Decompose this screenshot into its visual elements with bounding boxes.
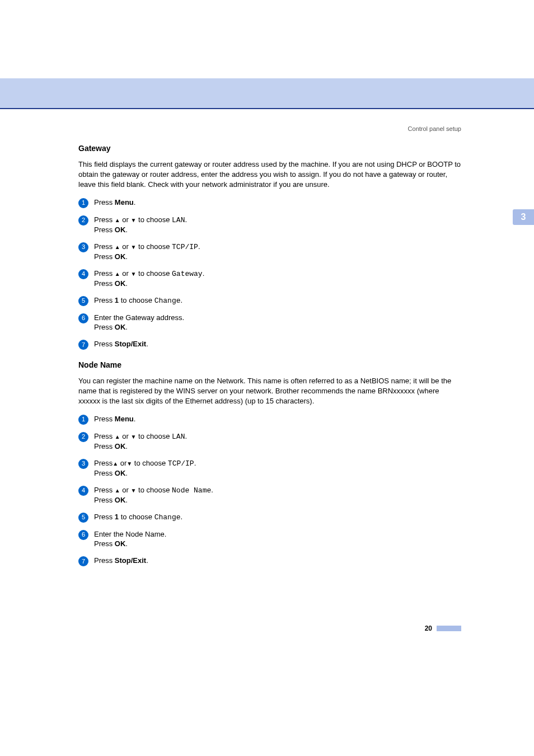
running-title-text: Control panel setup (408, 125, 461, 132)
down-arrow-icon: ▼ (131, 271, 137, 277)
step-text: Press Menu. (94, 198, 461, 208)
step-number-badge: 7 (78, 556, 88, 566)
up-arrow-icon: ▲ (115, 487, 120, 494)
down-arrow-icon: ▼ (131, 487, 137, 494)
step-text: Enter the Gateway address. Press OK. (94, 313, 461, 332)
down-arrow-icon: ▼ (131, 244, 137, 250)
step-row: 6 Enter the Node Name. Press OK. (78, 529, 461, 549)
step-number-badge: 6 (78, 530, 88, 540)
up-arrow-icon: ▲ (115, 217, 120, 223)
step-number-badge: 3 (78, 459, 88, 469)
step-text: Press Menu. (94, 414, 461, 424)
gateway-intro: This field displays the current gateway … (78, 159, 461, 190)
step-row: 1 Press Menu. (78, 414, 461, 425)
step-number-badge: 4 (78, 269, 88, 279)
down-arrow-icon: ▼ (131, 434, 137, 440)
page-footer: 20 (425, 624, 461, 633)
step-number-badge: 5 (78, 296, 88, 306)
footer-accent-bar (437, 626, 461, 631)
step-row: 1 Press Menu. (78, 198, 461, 208)
step-text: Press ▲ or ▼ to choose TCP/IP. Press OK. (94, 242, 461, 262)
step-number-badge: 2 (78, 215, 88, 226)
up-arrow-icon: ▲ (115, 271, 120, 277)
step-text: Press Stop/Exit. (94, 556, 461, 566)
down-arrow-icon: ▼ (127, 461, 132, 467)
up-arrow-icon: ▲ (113, 461, 118, 467)
step-row: 7 Press Stop/Exit. (78, 339, 461, 350)
step-text: Press ▲ or ▼ to choose LAN. Press OK. (94, 215, 461, 235)
step-number-badge: 6 (78, 313, 88, 323)
step-number-badge: 2 (78, 432, 88, 442)
step-number-badge: 7 (78, 340, 88, 350)
step-row: 6 Enter the Gateway address. Press OK. (78, 313, 461, 332)
page-number: 20 (425, 624, 432, 633)
step-number-badge: 1 (78, 198, 88, 208)
step-text: Press▲ or▼ to choose TCP/IP. Press OK. (94, 458, 461, 478)
page-content: Gateway This field displays the current … (0, 143, 534, 566)
step-text: Press 1 to choose Change. (94, 295, 461, 306)
step-row: 3 Press ▲ or ▼ to choose TCP/IP. Press O… (78, 242, 461, 262)
step-text: Press 1 to choose Change. (94, 512, 461, 523)
step-text: Press ▲ or ▼ to choose LAN. Press OK. (94, 431, 461, 452)
up-arrow-icon: ▲ (115, 244, 120, 250)
step-row: 5 Press 1 to choose Change. (78, 295, 461, 306)
step-row: 5 Press 1 to choose Change. (78, 512, 461, 523)
top-margin (0, 0, 534, 78)
step-text: Press ▲ or ▼ to choose Node Name. Press … (94, 485, 461, 505)
step-number-badge: 4 (78, 486, 88, 496)
step-row: 4 Press ▲ or ▼ to choose Node Name. Pres… (78, 485, 461, 505)
step-text: Enter the Node Name. Press OK. (94, 529, 461, 549)
header-band (0, 78, 534, 109)
step-row: 2 Press ▲ or ▼ to choose LAN. Press OK. (78, 431, 461, 452)
step-row: 7 Press Stop/Exit. (78, 556, 461, 566)
step-text: Press Stop/Exit. (94, 339, 461, 349)
step-row: 4 Press ▲ or ▼ to choose Gateway. Press … (78, 269, 461, 289)
chapter-tab: 3 (513, 209, 534, 225)
section-heading-gateway: Gateway (78, 143, 461, 154)
step-row: 3 Press▲ or▼ to choose TCP/IP. Press OK. (78, 458, 461, 478)
step-row: 2 Press ▲ or ▼ to choose LAN. Press OK. (78, 215, 461, 235)
step-number-badge: 1 (78, 415, 88, 425)
down-arrow-icon: ▼ (131, 217, 137, 223)
step-number-badge: 3 (78, 242, 88, 252)
node-name-intro: You can register the machine name on the… (78, 376, 461, 406)
running-header: Control panel setup (0, 125, 534, 133)
step-text: Press ▲ or ▼ to choose Gateway. Press OK… (94, 269, 461, 289)
step-number-badge: 5 (78, 513, 88, 523)
section-heading-node-name: Node Name (78, 360, 461, 370)
up-arrow-icon: ▲ (115, 434, 120, 440)
